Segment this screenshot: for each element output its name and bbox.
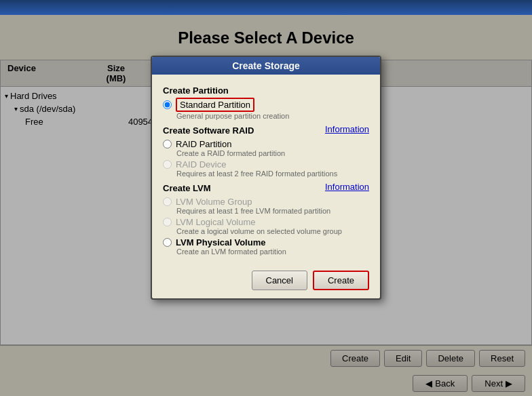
lvm-physical-volume-desc: Create an LVM formated partition [176,248,369,256]
modal-title: Create Storage [152,57,380,75]
option-row-lvm-logical-volume: LVM Logical Volume [163,217,369,227]
lvm-volume-group-radio [163,197,172,206]
option-row-lvm-volume-group: LVM Volume Group [163,197,369,207]
raid-device-label: RAID Device [176,159,226,170]
option-row-raid-device: RAID Device [163,159,369,170]
modal-create-button[interactable]: Create [313,271,369,290]
top-bar [0,0,532,15]
raid-device-desc: Requires at least 2 free RAID formated p… [176,170,369,178]
software-raid-info-link[interactable]: Information [325,124,369,134]
raid-partition-radio[interactable] [163,140,172,148]
lvm-logical-volume-label: LVM Logical Volume [176,217,256,227]
standard-partition-label[interactable]: Standard Partition [176,98,254,112]
lvm-volume-group-label: LVM Volume Group [176,197,252,207]
option-row-standard: Standard Partition [163,98,369,112]
lvm-volume-group-desc: Requires at least 1 free LVM formated pa… [176,207,369,215]
lvm-logical-volume-desc: Create a logical volume on selected volu… [176,227,369,235]
lvm-logical-volume-radio [163,218,172,226]
modal-cancel-button[interactable]: Cancel [252,271,307,290]
standard-partition-desc: General purpose partition creation [176,112,369,120]
lvm-physical-volume-label[interactable]: LVM Physical Volume [176,237,265,248]
option-row-lvm-physical-volume: LVM Physical Volume [163,237,369,248]
create-partition-header: Create Partition [163,85,369,96]
create-software-raid-header: Create Software RAID [163,125,254,136]
modal-footer: Cancel Create [152,264,380,298]
modal-body: Create Partition Standard Partition Gene… [152,75,380,264]
standard-partition-radio[interactable] [163,100,172,109]
create-software-raid-section: Create Software RAID Information [163,121,369,137]
raid-partition-label[interactable]: RAID Partition [176,139,231,149]
modal-overlay: Create Storage Create Partition Standard… [0,15,532,396]
raid-device-radio [163,160,172,169]
create-storage-dialog: Create Storage Create Partition Standard… [151,56,381,300]
lvm-physical-volume-radio[interactable] [163,238,172,247]
option-row-raid-partition: RAID Partition [163,139,369,149]
create-lvm-header: Create LVM [163,183,211,193]
raid-partition-desc: Create a RAID formated partition [176,149,369,157]
lvm-info-link[interactable]: Information [325,182,369,192]
create-lvm-section: Create LVM Information [163,179,369,195]
main-area: Please Select A Device Device Size (MB) … [0,15,532,396]
